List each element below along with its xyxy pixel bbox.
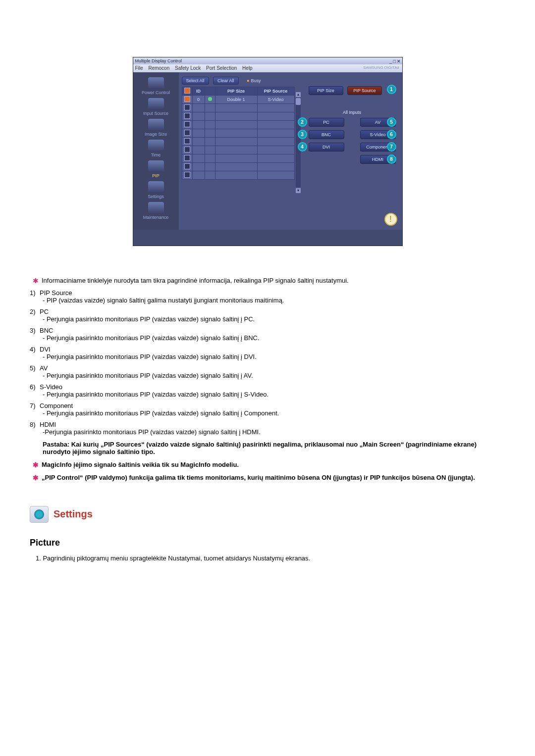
sidebar-label: Time [133,152,179,157]
settings-heading-block: Settings [30,506,505,523]
checkbox-icon[interactable] [184,96,190,102]
menu-remocon[interactable]: Remocon [148,65,169,71]
table-row[interactable] [182,163,294,171]
item-number: 8) [30,421,40,428]
pip-source-button[interactable]: PIP Source [347,86,382,95]
sidebar-item-settings[interactable]: Settings [133,181,179,199]
cell-id: 0 [192,96,205,104]
scroll-thumb[interactable] [296,98,301,105]
item-number: 1) [30,289,40,297]
settings-heading: Settings [54,508,93,520]
table-row[interactable] [182,138,294,146]
sidebar-label: Maintenance [133,215,179,220]
sidebar: Power Control Input Source Image Size Ti… [133,72,179,230]
sidebar-label: Input Source [133,111,179,116]
col-pip-source: PIP Source [257,87,294,96]
table-row[interactable] [182,104,294,112]
col-id: ID [192,87,205,96]
item-number: 5) [30,364,40,372]
sidebar-label: Settings [133,194,179,199]
pip-source-list: 1)PIP Source- PIP (vaizdas vaizde) signa… [30,289,505,436]
checkbox-icon[interactable] [184,121,190,127]
sidebar-item-power-control[interactable]: Power Control [133,77,179,95]
select-all-button[interactable]: Select All [182,77,209,85]
checkbox-icon[interactable] [184,172,190,178]
callout-badge-1: 1 [387,85,396,94]
window-buttons[interactable]: _ □ ✕ [389,58,401,65]
menu-safety-lock[interactable]: Safety Lock [175,65,201,71]
sidebar-item-input-source[interactable]: Input Source [133,98,179,116]
callout-badge-5: 5 [387,117,396,127]
note-magicinfo: MagicInfo įėjimo signalo šaltinis veikia… [33,460,505,468]
table-header-row: ID PIP Size PIP Source [182,87,294,96]
table-row[interactable]: 0 Double 1 S-Video [182,96,294,104]
sidebar-label: Power Control [133,90,179,95]
picture-step-1: 1. Pagrindinių piktogramų meniu spragtel… [36,554,505,563]
sidebar-item-pip[interactable]: PIP [133,160,179,178]
sidebar-item-image-size[interactable]: Image Size [133,119,179,137]
item-desc: -Perjungia pasirinkto monitoriaus PIP (v… [43,428,505,436]
callout-badge-7: 7 [387,142,396,151]
warning-icon: ! [384,213,397,226]
list-item: 8)HDMI-Perjungia pasirinkto monitoriaus … [30,421,505,436]
col-status [205,87,215,96]
table-row[interactable] [182,121,294,129]
checkbox-icon[interactable] [184,88,190,94]
item-desc: - Perjungia pasirinkto monitoriaus PIP (… [43,372,505,379]
item-title: HDMI [40,421,56,428]
input-bnc-button[interactable]: BNC [309,130,344,139]
pip-size-button[interactable]: PIP Size [309,86,343,95]
item-number: 6) [30,383,40,391]
note-pip-control: „PIP Control“ (PIP valdymo) funkcija gal… [33,473,505,481]
checkbox-icon[interactable] [184,155,190,161]
checkbox-icon[interactable] [184,104,190,110]
main-panel: Select All Clear All Busy ID PIP Size PI… [179,72,402,230]
callout-badge-3: 3 [298,130,307,139]
checkbox-icon[interactable] [184,163,190,169]
list-item: 6)S-Video- Perjungia pasirinkto monitori… [30,383,505,398]
item-number: 2) [30,308,40,315]
callout-badge-6: 6 [387,130,396,139]
checkbox-icon[interactable] [184,130,190,136]
scroll-down-icon[interactable]: ▾ [296,188,301,193]
item-number: 7) [30,402,40,409]
all-inputs-panel: All Inputs 2 PC AV 5 3 BNC S-Video 6 [308,110,397,165]
menu-help[interactable]: Help [242,65,253,71]
callout-badge-4: 4 [298,142,307,151]
all-inputs-title: All Inputs [308,110,397,115]
cell-pip-source: S-Video [257,96,294,104]
picture-heading: Picture [30,538,505,548]
menu-file[interactable]: File [135,65,143,71]
item-title: S-Video [40,383,62,391]
table-row[interactable] [182,146,294,154]
settings-icon [148,181,164,193]
item-desc: - Perjungia pasirinkto monitoriaus PIP (… [43,409,505,417]
item-desc: - Perjungia pasirinkto monitoriaus PIP (… [43,391,505,398]
list-item: 1)PIP Source- PIP (vaizdas vaizde) signa… [30,289,505,304]
table-row[interactable] [182,154,294,163]
status-dot-icon [208,97,212,101]
sidebar-item-time[interactable]: Time [133,140,179,157]
busy-indicator: Busy [247,78,261,83]
list-item: 5)AV- Perjungia pasirinkto monitoriaus P… [30,364,505,379]
clear-all-button[interactable]: Clear All [213,77,239,85]
sidebar-item-maintenance[interactable]: Maintenance [133,202,179,220]
input-pc-button[interactable]: PC [309,118,344,127]
checkbox-icon[interactable] [184,147,190,152]
scroll-up-icon[interactable]: ▴ [296,92,301,97]
input-dvi-button[interactable]: DVI [309,143,344,151]
checkbox-icon[interactable] [184,113,190,119]
item-title: AV [40,364,48,372]
item-title: PIP Source [40,289,72,297]
checkbox-icon[interactable] [184,138,190,144]
table-row[interactable] [182,112,294,121]
item-desc: - Perjungia pasirinkto monitoriaus PIP (… [43,315,505,323]
menu-port-selection[interactable]: Port Selection [206,65,237,71]
app-window: Multiple Display Control _ □ ✕ File Remo… [133,57,403,246]
item-desc: - Perjungia pasirinkto monitoriaus PIP (… [43,334,505,342]
list-item: 7)Component- Perjungia pasirinkto monito… [30,402,505,417]
col-check[interactable] [182,87,192,96]
table-row[interactable] [182,171,294,180]
brand-logo: SAMSUNG DIGITAll [363,65,399,70]
table-row[interactable] [182,129,294,138]
